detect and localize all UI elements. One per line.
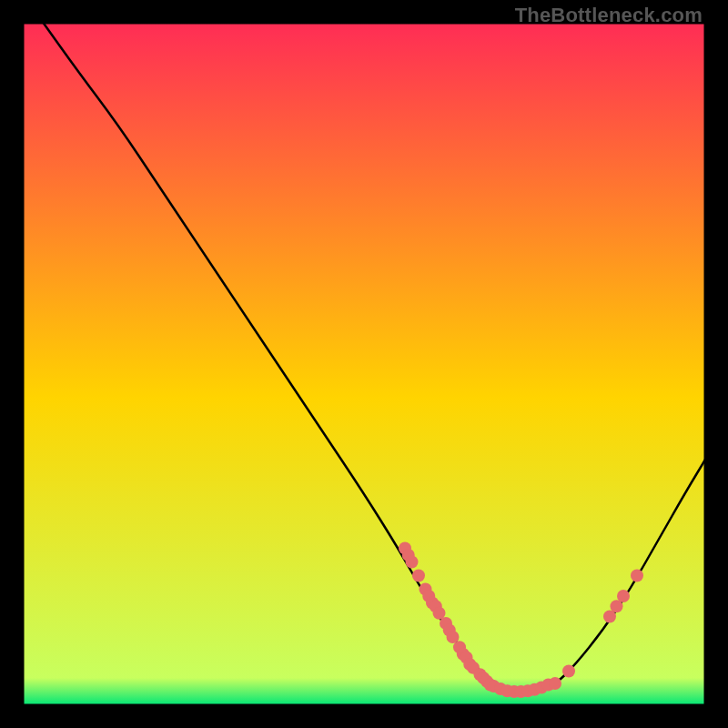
- bottleneck-curve-chart: [23, 23, 705, 705]
- data-point: [406, 556, 419, 569]
- data-point: [549, 677, 561, 690]
- data-point: [631, 570, 643, 582]
- data-point: [412, 570, 425, 582]
- data-point: [617, 590, 630, 602]
- gradient-background: [23, 23, 705, 705]
- watermark-label: TheBottleneck.com: [515, 4, 703, 27]
- data-point: [562, 665, 575, 678]
